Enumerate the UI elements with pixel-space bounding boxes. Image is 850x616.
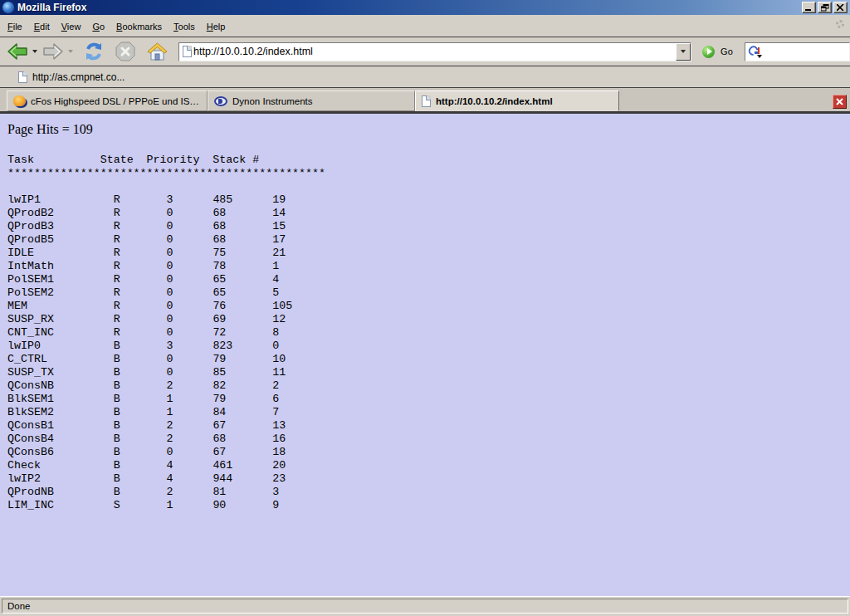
task-cell: PolSEM2 (7, 286, 114, 299)
tab-3[interactable]: http://10.0.10.2/index.html (415, 90, 619, 111)
num-cell: 8 (272, 326, 279, 339)
title-bar: Mozilla Firefox (0, 0, 850, 15)
priority-cell: 0 (167, 260, 213, 272)
bookmarks-toolbar: http://as.cmpnet.co... (0, 66, 850, 88)
table-row: lwIP0 B 3 823 0 (7, 340, 850, 353)
stack-cell: 67 (212, 446, 272, 458)
priority-cell: 2 (167, 486, 213, 498)
tab-1[interactable]: cFos Highspeed DSL / PPPoE und ISDN CAP.… (7, 90, 208, 111)
table-row: QConsB1 B 2 67 13 (7, 419, 850, 433)
tab-bar: cFos Highspeed DSL / PPPoE und ISDN CAP.… (0, 88, 850, 114)
num-cell: 105 (272, 300, 292, 312)
state-cell: B (114, 340, 167, 352)
state-cell: B (114, 433, 167, 445)
task-cell: SUSP_RX (7, 313, 114, 325)
table-row: IntMath R 0 78 1 (7, 260, 850, 273)
task-cell: QConsNB (7, 379, 114, 392)
menu-go[interactable]: Go (86, 18, 110, 35)
stack-cell: 84 (212, 406, 272, 418)
close-tab-button[interactable] (833, 95, 847, 109)
stack-cell: 65 (212, 286, 272, 299)
num-cell: 13 (272, 419, 286, 432)
task-cell: BlkSEM2 (7, 406, 114, 418)
url-bar[interactable] (178, 42, 691, 61)
back-button[interactable] (7, 42, 28, 61)
stack-cell: 76 (212, 300, 272, 312)
search-box[interactable] (745, 42, 850, 61)
priority-cell: 0 (167, 273, 213, 286)
menu-help[interactable]: Help (201, 18, 232, 35)
priority-cell: 0 (167, 286, 213, 299)
state-cell: B (114, 419, 167, 432)
state-cell: R (114, 313, 167, 325)
stop-button[interactable] (115, 41, 136, 62)
task-cell: lwIP1 (7, 193, 114, 206)
back-dropdown-icon[interactable] (32, 50, 37, 53)
stack-cell: 65 (212, 273, 272, 286)
forward-button[interactable] (42, 42, 64, 61)
num-cell: 11 (272, 366, 286, 379)
navigation-toolbar: Go (0, 37, 850, 66)
stack-cell: 79 (212, 353, 272, 365)
stack-cell: 81 (212, 486, 272, 498)
stack-cell: 68 (212, 233, 272, 246)
table-row: lwIP2 B 4 944 23 (7, 472, 850, 486)
state-cell: R (114, 220, 167, 232)
task-cell: Check (7, 459, 114, 472)
menu-file[interactable]: File (2, 18, 28, 35)
go-button[interactable]: Go (702, 46, 733, 58)
priority-cell: 0 (167, 326, 213, 339)
state-cell: B (114, 472, 167, 485)
chevron-down-icon (681, 50, 686, 53)
search-input[interactable] (761, 45, 849, 58)
num-cell: 5 (272, 286, 279, 299)
table-row: PolSEM1 R 0 65 4 (7, 273, 850, 286)
minimize-button[interactable] (802, 2, 816, 13)
home-icon (146, 42, 169, 62)
url-dropdown-button[interactable] (676, 43, 691, 61)
cfos-icon (13, 95, 26, 106)
task-cell: lwIP0 (7, 340, 114, 352)
search-engine-dropdown-icon[interactable] (757, 55, 762, 58)
stack-cell: 85 (212, 366, 272, 379)
menu-edit[interactable]: Edit (28, 18, 56, 35)
page-content: Page Hits = 109 Task State Priority Stac… (0, 114, 850, 596)
stop-icon (115, 41, 136, 62)
state-cell: R (114, 247, 167, 259)
reload-icon (83, 41, 105, 62)
menu-view[interactable]: View (56, 18, 87, 35)
restore-icon (821, 4, 829, 12)
state-cell: R (114, 326, 167, 339)
reload-button[interactable] (83, 41, 105, 62)
menu-tools[interactable]: Tools (168, 18, 201, 35)
stack-cell: 67 (212, 419, 272, 432)
state-cell: B (114, 486, 167, 498)
num-cell: 3 (272, 486, 279, 498)
state-cell: R (114, 233, 167, 246)
back-arrow-icon (7, 42, 28, 61)
google-logo-icon[interactable] (748, 45, 761, 58)
table-row: QProdNB B 2 81 3 (7, 486, 850, 499)
url-input[interactable] (192, 46, 676, 57)
stack-cell: 90 (212, 499, 272, 511)
forward-dropdown-icon[interactable] (68, 50, 73, 53)
bookmark-page-icon (18, 71, 27, 83)
bookmark-item[interactable]: http://as.cmpnet.co... (18, 71, 125, 83)
table-row: C_CTRL B 0 79 10 (7, 353, 850, 366)
close-button[interactable] (833, 2, 848, 13)
tab-label: http://10.0.10.2/index.html (436, 96, 553, 106)
menu-bookmarks[interactable]: Bookmarks (110, 18, 168, 35)
restore-button[interactable] (818, 2, 832, 13)
table-row: Check B 4 461 20 (7, 459, 850, 472)
priority-cell: 3 (167, 340, 213, 352)
state-cell: R (114, 273, 167, 286)
home-button[interactable] (146, 42, 169, 62)
priority-cell: 4 (167, 459, 213, 472)
task-cell: SUSP_TX (7, 366, 114, 379)
num-cell: 17 (272, 233, 286, 246)
state-cell: B (114, 459, 167, 472)
tab-2[interactable]: Dynon Instruments (208, 90, 415, 111)
dynon-icon (214, 96, 227, 106)
task-cell: IDLE (7, 247, 114, 259)
priority-cell: 0 (167, 247, 213, 259)
